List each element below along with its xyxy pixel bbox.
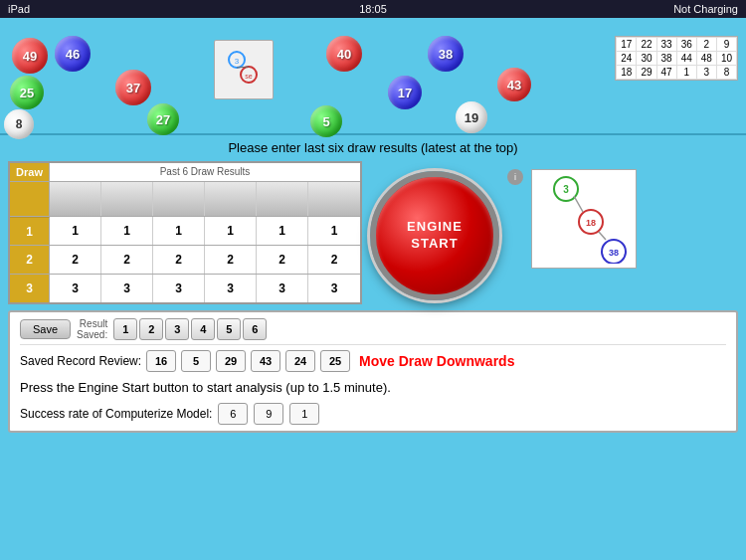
draw-cell-top-4[interactable] (205, 182, 257, 216)
row1-cell5: 1 (257, 217, 308, 245)
success-row: Success rate of Computerize Model: (20, 403, 726, 425)
row-2-cells: 2 2 2 2 2 2 (50, 246, 360, 274)
svg-text:3: 3 (563, 184, 569, 195)
success-val-2[interactable] (254, 403, 283, 425)
result-saved-labels: Result Saved: (77, 318, 107, 340)
row2-cell3: 2 (153, 246, 205, 274)
draw-row-spacer (10, 182, 50, 216)
saved-num-4[interactable] (251, 350, 280, 372)
ball-49: 49 (12, 38, 48, 74)
success-val-3[interactable] (289, 403, 319, 425)
status-bar: iPad 18:05 Not Charging (0, 0, 746, 18)
draw-cell-top-6[interactable] (308, 182, 360, 216)
row1-cell3: 1 (153, 217, 205, 245)
right-number-grid: 1722333629 243038444810 182947138 (615, 36, 738, 81)
draw-top-cells (50, 182, 360, 216)
save-row: Save Result Saved: 1 2 3 4 5 6 (20, 318, 726, 345)
svg-text:3: 3 (235, 57, 240, 66)
row2-cell2: 2 (101, 246, 153, 274)
row-3-cells: 3 3 3 3 3 3 (50, 275, 360, 302)
press-text: Press the Engine Start button to start a… (20, 380, 726, 395)
draw-input-row (10, 182, 360, 216)
move-draw-button[interactable]: Move Draw Downwards (359, 353, 514, 369)
draw-cell-top-5[interactable] (257, 182, 308, 216)
saved-num-2[interactable] (181, 350, 211, 372)
row3-cell6: 3 (308, 275, 360, 302)
result-btn-4[interactable]: 4 (191, 318, 215, 340)
grid-row-3: 182947138 (617, 66, 737, 80)
diagram-svg: 3 18 38 (536, 174, 632, 264)
main-content: Draw Past 6 Draw Results 1 1 1 1 1 (0, 159, 746, 306)
ball-8: 8 (4, 109, 34, 139)
ball-43: 43 (497, 68, 531, 101)
engine-start-button[interactable]: ENGINE START (370, 171, 499, 300)
draw-data-row-1: 1 1 1 1 1 1 1 (10, 216, 360, 245)
result-btn-6[interactable]: 6 (243, 318, 267, 340)
row1-cell4: 1 (205, 217, 257, 245)
draw-cell-top-1[interactable] (50, 182, 101, 216)
draw-header-label: Draw (10, 163, 50, 181)
result-buttons: 1 2 3 4 5 6 (113, 318, 267, 340)
result-btn-1[interactable]: 1 (113, 318, 137, 340)
info-icon[interactable]: i (507, 169, 523, 185)
draw-data-row-3: 3 3 3 3 3 3 3 (10, 274, 360, 302)
diagram-box: 3 18 38 (531, 169, 637, 269)
ball-37: 37 (115, 70, 151, 105)
row-label-2: 2 (10, 246, 50, 274)
row3-cell4: 3 (205, 275, 257, 302)
ball-40: 40 (326, 36, 362, 72)
row1-cell6: 1 (308, 217, 360, 245)
ball-17: 17 (388, 76, 422, 109)
save-button[interactable]: Save (20, 319, 71, 339)
saved-num-3[interactable] (216, 350, 246, 372)
balls-area: 49 25 8 46 37 27 3 se 40 17 5 38 43 19 1… (0, 18, 746, 135)
battery-label: Not Charging (673, 3, 738, 15)
result-btn-2[interactable]: 2 (139, 318, 163, 340)
row2-cell5: 2 (257, 246, 308, 274)
draw-cell-top-3[interactable] (153, 182, 205, 216)
row3-cell1: 3 (50, 275, 101, 302)
draw-table: Draw Past 6 Draw Results 1 1 1 1 1 (8, 161, 362, 304)
past-results-label: Past 6 Draw Results (50, 163, 360, 181)
row2-cell6: 2 (308, 246, 360, 274)
svg-text:se: se (245, 73, 253, 80)
draw-table-header: Draw Past 6 Draw Results (10, 163, 360, 182)
svg-text:18: 18 (586, 218, 596, 228)
row2-cell1: 2 (50, 246, 101, 274)
ball-19: 19 (456, 101, 487, 133)
svg-line-12 (599, 232, 606, 240)
row-label-1: 1 (10, 217, 50, 245)
instruction-label: Please enter last six draw results (late… (228, 140, 517, 155)
row1-cell1: 1 (50, 217, 101, 245)
row2-cell4: 2 (205, 246, 257, 274)
engine-line2: START (411, 236, 458, 253)
success-val-1[interactable] (218, 403, 248, 425)
ball-27: 27 (147, 103, 179, 135)
grid-row-2: 243038444810 (617, 52, 737, 66)
saved-record-row: Saved Record Review: Move Draw Downwards (20, 350, 726, 372)
result-label: Result (80, 318, 107, 329)
result-btn-3[interactable]: 3 (165, 318, 189, 340)
ticket-image: 3 se (214, 40, 274, 99)
row3-cell3: 3 (153, 275, 205, 302)
engine-line1: ENGINE (407, 219, 463, 236)
engine-button-container: ENGINE START (370, 171, 499, 300)
device-label: iPad (8, 3, 30, 15)
ball-5: 5 (310, 105, 342, 137)
bottom-panel: Save Result Saved: 1 2 3 4 5 6 Saved Rec… (8, 310, 738, 433)
row-label-3: 3 (10, 275, 50, 302)
saved-record-label: Saved Record Review: (20, 354, 141, 368)
time-label: 18:05 (359, 3, 387, 15)
svg-line-11 (574, 196, 583, 212)
row-1-cells: 1 1 1 1 1 1 (50, 217, 360, 245)
saved-num-5[interactable] (285, 350, 315, 372)
draw-cell-top-2[interactable] (101, 182, 153, 216)
result-btn-5[interactable]: 5 (217, 318, 241, 340)
saved-num-6[interactable] (320, 350, 350, 372)
saved-num-1[interactable] (146, 350, 176, 372)
draw-data-row-2: 2 2 2 2 2 2 2 (10, 245, 360, 274)
row3-cell5: 3 (257, 275, 308, 302)
row1-cell2: 1 (101, 217, 153, 245)
svg-text:38: 38 (609, 248, 619, 258)
ball-25: 25 (10, 76, 44, 109)
